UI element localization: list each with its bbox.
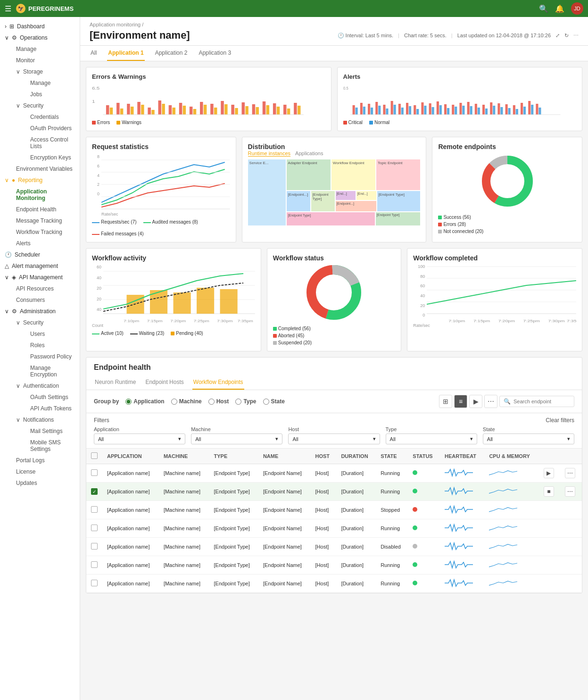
sidebar-item-scheduler[interactable]: 🕐 Scheduler <box>0 249 80 260</box>
row-checkbox-7[interactable] <box>86 575 102 593</box>
table-toolbar: ⊞ ≡ ▶ ⋯ 🔍 <box>439 395 574 408</box>
chevron-down-icon: ∨ <box>16 383 20 389</box>
row-action-more-2[interactable]: ⋯ <box>560 483 582 501</box>
sidebar-item-oauth-providers[interactable]: OAuth Providers <box>24 123 80 134</box>
filter-application-select[interactable]: All ▾ <box>94 433 185 444</box>
search-input[interactable] <box>513 399 570 404</box>
sidebar-item-password-policy[interactable]: Password Policy <box>24 351 80 362</box>
clear-filters-button[interactable]: Clear filters <box>546 417 574 424</box>
chart-row-2: Request statistics 8 6 4 2 0 <box>86 137 582 242</box>
meta-sep2: | <box>451 33 453 38</box>
sidebar-item-credentials[interactable]: Credentials <box>24 111 80 123</box>
filter-type-select[interactable]: All ▾ <box>386 433 477 444</box>
sidebar-item-workflow-tracking[interactable]: Workflow Tracking <box>9 226 80 238</box>
tab-application-2[interactable]: Application 2 <box>154 46 189 61</box>
row-checkbox-3[interactable] <box>86 501 102 519</box>
sidebar-item-notifications[interactable]: ∨ Notifications <box>9 414 80 425</box>
row-checkbox-2[interactable]: ✓ <box>86 483 102 501</box>
sidebar-item-env-variables[interactable]: Environment Variables <box>9 163 80 175</box>
tab-workflow-endpoints[interactable]: Workflow Endpoints <box>192 375 244 390</box>
row-checkbox-4[interactable] <box>86 519 102 538</box>
sidebar-item-oauth-settings[interactable]: OAuth Settings <box>24 392 80 403</box>
sidebar-item-storage[interactable]: ∨ Storage <box>9 66 80 77</box>
svg-rect-7 <box>131 107 134 115</box>
sidebar-item-storage-manage[interactable]: Manage <box>24 77 80 89</box>
sidebar-item-mail-settings[interactable]: Mail Settings <box>24 425 80 437</box>
sidebar-item-storage-jobs[interactable]: Jobs <box>24 89 80 100</box>
list-view-button[interactable]: ≡ <box>454 395 467 408</box>
dashboard-grid: Errors & Warnings 6.5 1 <box>80 61 588 357</box>
tab-neuron-runtime[interactable]: Neuron Runtime <box>94 375 137 390</box>
row-action-play-1[interactable]: ▶ <box>539 464 561 483</box>
tab-all[interactable]: All <box>90 46 98 61</box>
header-checkbox[interactable] <box>91 452 98 459</box>
expand-icon[interactable]: ⤢ <box>555 33 560 39</box>
sidebar-item-dashboard[interactable]: › ⊞ Dashboard <box>0 21 80 32</box>
sidebar-item-alert-mgmt[interactable]: △ Alert management <box>0 260 80 272</box>
sidebar-item-api-mgmt[interactable]: ∨ ◈ API Management <box>0 272 80 283</box>
play-button[interactable]: ▶ <box>469 395 482 408</box>
sidebar-item-administration[interactable]: ∨ ⚙ Administration <box>0 306 80 317</box>
tab-endpoint-hosts[interactable]: Endpoint Hosts <box>144 375 184 390</box>
row-checkbox-6[interactable] <box>86 556 102 575</box>
svg-rect-29 <box>245 106 248 115</box>
radio-state[interactable]: State <box>263 398 285 405</box>
sidebar-item-encryption-keys[interactable]: Encryption Keys <box>24 152 80 163</box>
row-duration-6: [Duration] <box>336 556 376 575</box>
sidebar-item-consumers[interactable]: Consumers <box>9 294 80 306</box>
svg-rect-110 <box>220 289 238 314</box>
sidebar-item-authentication[interactable]: ∨ Authentication <box>9 380 80 392</box>
endpoint-tabs: Neuron Runtime Endpoint Hosts Workflow E… <box>86 375 582 390</box>
sidebar-item-sms-settings[interactable]: Mobile SMS Settings <box>24 437 80 455</box>
row-checkbox-1[interactable] <box>86 464 102 483</box>
sidebar-item-admin-security[interactable]: ∨ Security <box>9 317 80 328</box>
sidebar-item-manage[interactable]: Manage <box>9 43 80 55</box>
more-options-icon[interactable]: ⋯ <box>573 33 579 39</box>
dist-tab-applications[interactable]: Applications <box>295 150 323 157</box>
radio-machine[interactable]: Machine <box>171 398 202 405</box>
sidebar-item-operations[interactable]: ∨ ⚙ Operations <box>0 32 80 43</box>
reporting-icon: ● <box>12 177 15 183</box>
row-action-more-1[interactable]: ⋯ <box>560 464 582 483</box>
hamburger-icon[interactable]: ☰ <box>5 4 11 13</box>
sidebar-item-acl[interactable]: Access Control Lists <box>24 134 80 152</box>
more-button[interactable]: ⋯ <box>484 395 497 408</box>
sidebar-item-roles[interactable]: Roles <box>24 340 80 351</box>
sidebar-item-updates[interactable]: Updates <box>9 477 80 489</box>
legend-not-connected: Not connected (20) <box>438 229 576 234</box>
sidebar-item-message-tracking[interactable]: Message Tracking <box>9 215 80 226</box>
radio-application[interactable]: Application <box>125 398 164 405</box>
radio-host[interactable]: Host <box>208 398 229 405</box>
search-icon[interactable]: 🔍 <box>539 4 548 13</box>
row-machine-6: [Machine name] <box>159 556 209 575</box>
bell-icon[interactable]: 🔔 <box>555 4 564 13</box>
tab-application-1[interactable]: Application 1 <box>107 46 144 61</box>
sidebar-item-api-auth-tokens[interactable]: API Auth Tokens <box>24 403 80 414</box>
dist-tab-runtime[interactable]: Runtime instances <box>248 150 291 157</box>
sidebar-item-api-resources[interactable]: API Resources <box>9 283 80 294</box>
sidebar-item-portal-logs[interactable]: Portal Logs <box>9 455 80 466</box>
distribution-card: Distribution Runtime instances Applicati… <box>242 137 427 242</box>
filter-host-select[interactable]: All ▾ <box>288 433 380 444</box>
filter-state-select[interactable]: All ▾ <box>483 433 574 444</box>
sidebar-item-users[interactable]: Users <box>24 328 80 340</box>
sidebar-item-license[interactable]: License <box>9 466 80 477</box>
sidebar-item-operations-security[interactable]: ∨ Security <box>9 100 80 111</box>
sidebar-item-reporting[interactable]: ∨ ● Reporting <box>0 175 80 186</box>
avatar[interactable]: JD <box>571 2 583 15</box>
row-checkbox-5[interactable] <box>86 538 102 556</box>
svg-rect-87 <box>523 107 525 115</box>
sidebar-item-alerts[interactable]: Alerts <box>9 238 80 249</box>
radio-type[interactable]: Type <box>235 398 256 405</box>
sidebar-item-manage-encryption[interactable]: Manage Encryption <box>24 362 80 380</box>
grid-view-button[interactable]: ⊞ <box>439 395 452 408</box>
filter-machine-select[interactable]: All ▾ <box>191 433 282 444</box>
sidebar-item-endpoint-health[interactable]: Endpoint Health <box>9 204 80 215</box>
tab-application-3[interactable]: Application 3 <box>198 46 232 61</box>
refresh-icon[interactable]: ↻ <box>564 33 569 39</box>
row-action-stop-2[interactable]: ■ <box>539 483 561 501</box>
sidebar-item-monitor[interactable]: Monitor <box>9 55 80 66</box>
sidebar-item-app-monitoring[interactable]: Application Monitoring <box>9 186 80 204</box>
svg-rect-78 <box>490 102 492 115</box>
row-action-empty-3 <box>539 501 561 519</box>
